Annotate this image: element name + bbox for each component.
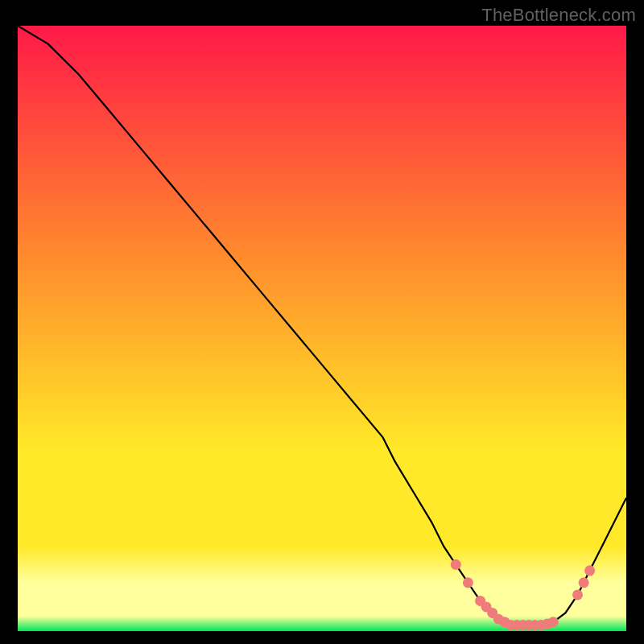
highlight-marker — [451, 559, 461, 570]
bottleneck-chart — [0, 0, 644, 644]
highlight-marker — [548, 617, 559, 627]
highlight-marker — [584, 565, 595, 576]
highlight-marker — [579, 577, 589, 588]
highlight-marker — [463, 577, 473, 588]
highlight-marker — [572, 589, 583, 600]
plot-background — [18, 26, 626, 631]
watermark-text: TheBottleneck.com — [481, 5, 636, 26]
